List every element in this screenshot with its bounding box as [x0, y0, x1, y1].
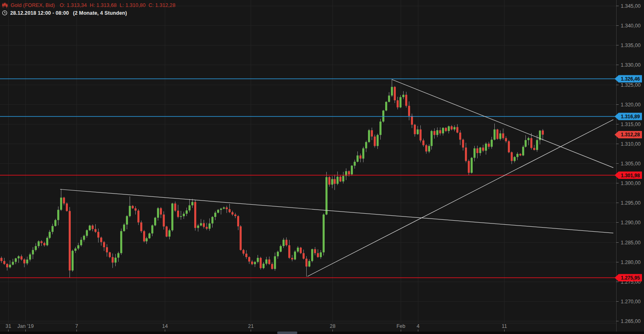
x-axis-label: 31 [6, 323, 11, 329]
y-axis-label: 1.285,00 [621, 240, 641, 246]
x-axis-label: 14 [162, 323, 168, 329]
svg-text:1.312,28: 1.312,28 [621, 132, 640, 138]
price-line-tag: 1.316,89 [615, 113, 642, 120]
chart-background [0, 0, 644, 334]
scrollbar-thumb[interactable] [277, 332, 297, 334]
svg-text:1.326,46: 1.326,46 [621, 76, 640, 82]
svg-text:1.275,95: 1.275,95 [621, 275, 640, 281]
chart-header: Gold (FOREX, Bid) O: 1.313,34 H: 1.313,6… [2, 1, 175, 17]
y-axis-label: 1.315,00 [621, 122, 641, 127]
x-axis-label: Feb [397, 323, 406, 329]
instrument-row: Gold (FOREX, Bid) O: 1.313,34 H: 1.313,6… [2, 1, 175, 9]
y-axis-label: 1.295,00 [621, 200, 641, 206]
y-axis-label: 1.265,00 [621, 318, 641, 324]
y-axis-label: 1.345,00 [621, 3, 641, 9]
clock-icon [2, 10, 7, 16]
y-axis-label: 1.310,00 [621, 141, 641, 147]
y-axis-label: 1.325,00 [621, 82, 641, 88]
x-axis-label: 7 [75, 323, 78, 329]
ohlc-values: O: 1.313,34 H: 1.313,68 L: 1.310,80 C: 1… [60, 2, 175, 8]
price-line-tag: 1.301,98 [615, 172, 642, 179]
x-axis-label: Jan '19 [18, 323, 34, 329]
y-axis-label: 1.320,00 [621, 102, 641, 108]
instrument-name: Gold (FOREX, Bid) [11, 2, 55, 8]
y-axis-label: 1.270,00 [621, 299, 641, 305]
x-axis-label: 11 [502, 323, 507, 329]
y-axis-label: 1.290,00 [621, 220, 641, 226]
current-price-tag: 1.312,28 [615, 131, 642, 138]
svg-text:1.316,89: 1.316,89 [621, 114, 640, 120]
price-chart[interactable]: 1.345,001.340,001.335,001.330,001.325,00… [0, 0, 644, 334]
candlestick-icon [2, 2, 8, 8]
scrollbar-track [0, 332, 644, 334]
x-axis-label: 4 [417, 323, 420, 329]
y-axis-label: 1.305,00 [621, 161, 641, 167]
y-axis-label: 1.330,00 [621, 62, 641, 68]
y-axis-label: 1.300,00 [621, 181, 641, 186]
price-line-tag: 1.275,95 [615, 274, 642, 282]
timeframe-row: 28.12.2018 12:00 - 08:00 (2 Monate, 4 St… [2, 9, 175, 17]
x-axis-label: 21 [248, 323, 254, 329]
y-axis-label: 1.280,00 [621, 260, 641, 265]
chart-window: 1.345,001.340,001.335,001.330,001.325,00… [0, 0, 644, 334]
date-range: 28.12.2018 12:00 - 08:00 [10, 10, 69, 16]
x-axis-label: 28 [330, 323, 336, 329]
period-label: (2 Monate, 4 Stunden) [73, 10, 127, 16]
y-axis-label: 1.335,00 [621, 43, 641, 48]
price-line-tag: 1.326,46 [615, 75, 642, 82]
y-axis-label: 1.340,00 [621, 23, 641, 29]
svg-text:1.301,98: 1.301,98 [621, 173, 640, 178]
